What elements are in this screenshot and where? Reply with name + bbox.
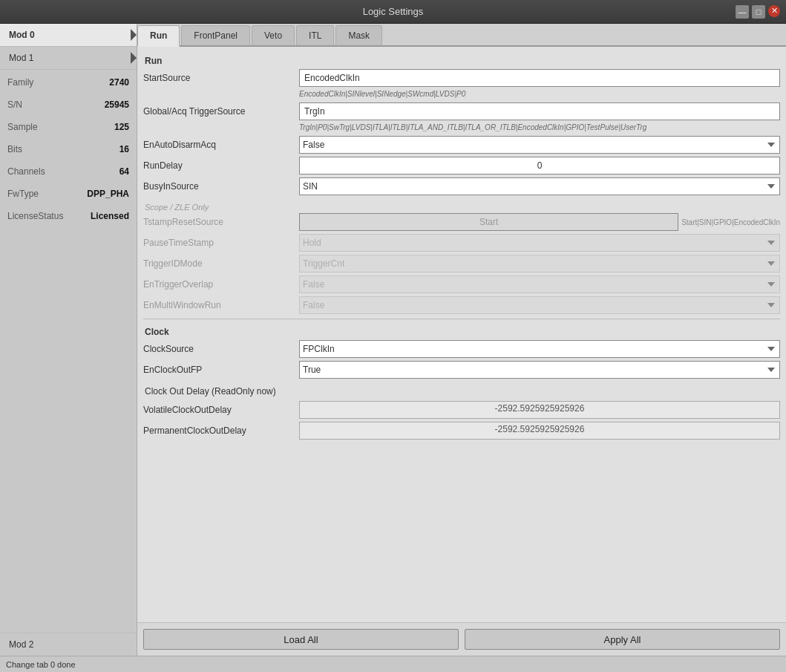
en-clock-out-select[interactable]: True False bbox=[299, 361, 780, 379]
pause-timestamp-row: PauseTimeStamp Hold bbox=[143, 234, 780, 252]
sidebar-info: Family 2740 S/N 25945 Sample 125 Bits 16… bbox=[0, 70, 137, 633]
info-sample: Sample 125 bbox=[7, 122, 129, 132]
run-delay-label: RunDelay bbox=[143, 160, 299, 171]
tabs-bar: Run FrontPanel Veto ITL Mask bbox=[137, 24, 786, 47]
apply-all-button[interactable]: Apply All bbox=[465, 629, 780, 650]
busy-in-source-select[interactable]: SIN GPIO LVDS bbox=[299, 177, 780, 195]
start-source-hint: EncodedClkIn|SINlevel|SINedge|SWcmd|LVDS… bbox=[299, 90, 465, 98]
status-bar: Change tab 0 done bbox=[0, 656, 786, 672]
tab-run[interactable]: Run bbox=[137, 25, 180, 47]
en-multi-window-label: EnMultiWindowRun bbox=[143, 300, 299, 310]
trigger-id-mode-row: TriggerIDMode TriggerCnt bbox=[143, 255, 780, 273]
pause-timestamp-label: PauseTimeStamp bbox=[143, 238, 299, 248]
run-section-title: Run bbox=[143, 53, 780, 69]
right-panel: Run FrontPanel Veto ITL Mask Run StartSo… bbox=[137, 24, 786, 656]
window-title: Logic Settings bbox=[50, 6, 736, 17]
maximize-button[interactable]: □ bbox=[752, 5, 765, 19]
readonly-section-title: Clock Out Delay (ReadOnly now) bbox=[143, 382, 780, 401]
minimize-button[interactable]: — bbox=[736, 5, 749, 19]
start-source-row: StartSource bbox=[143, 69, 780, 87]
en-trigger-overlap-label: EnTriggerOverlap bbox=[143, 279, 299, 290]
sidebar-item-mod2[interactable]: Mod 2 bbox=[0, 633, 137, 656]
triangle-icon bbox=[131, 29, 137, 41]
clock-source-label: ClockSource bbox=[143, 344, 299, 354]
en-auto-disarm-row: EnAutoDisarmAcq False True bbox=[143, 136, 780, 154]
window-controls: — □ ✕ bbox=[736, 5, 780, 19]
main-content: Mod 0 Mod 1 Family 2740 S/N 25945 Sample bbox=[0, 24, 786, 656]
close-button[interactable]: ✕ bbox=[768, 5, 780, 17]
tab-frontpanel[interactable]: FrontPanel bbox=[181, 25, 250, 45]
section-divider bbox=[143, 319, 780, 319]
clock-source-select[interactable]: FPClkIn Internal P0 bbox=[299, 340, 780, 358]
triangle-icon bbox=[131, 52, 137, 64]
info-family: Family 2740 bbox=[7, 77, 129, 88]
status-message: Change tab 0 done bbox=[6, 660, 76, 669]
tstamp-reset-input bbox=[299, 213, 678, 231]
main-window: Logic Settings — □ ✕ Mod 0 Mod 1 Family … bbox=[0, 0, 786, 672]
trigger-source-hint: TrgIn|P0|SwTrg|LVDS|ITLA|ITLB|ITLA_AND_I… bbox=[299, 123, 646, 131]
busy-in-source-row: BusyInSource SIN GPIO LVDS bbox=[143, 177, 780, 195]
tstamp-reset-hint: Start|SIN|GPIO|EncodedClkIn bbox=[681, 218, 780, 226]
volatile-clock-label: VolatileClockOutDelay bbox=[143, 405, 299, 415]
info-sn: S/N 25945 bbox=[7, 100, 129, 110]
clock-section-title: Clock bbox=[143, 324, 780, 340]
tstamp-reset-label: TstampResetSource bbox=[143, 217, 299, 227]
clock-source-row: ClockSource FPClkIn Internal P0 bbox=[143, 340, 780, 358]
button-row: Load All Apply All bbox=[137, 622, 786, 656]
sidebar-item-mod0[interactable]: Mod 0 bbox=[0, 24, 137, 47]
scope-section-label: Scope / ZLE Only bbox=[143, 198, 780, 213]
en-multi-window-row: EnMultiWindowRun False True bbox=[143, 296, 780, 314]
trigger-source-label: Global/Acq TriggerSource bbox=[143, 106, 299, 117]
trigger-id-mode-label: TriggerIDMode bbox=[143, 258, 299, 269]
trigger-source-hint-row: TrgIn|P0|SwTrg|LVDS|ITLA|ITLB|ITLA_AND_I… bbox=[143, 123, 780, 131]
start-source-hint-row: EncodedClkIn|SINlevel|SINedge|SWcmd|LVDS… bbox=[143, 90, 780, 98]
permanent-clock-value: -2592.5925925925926 bbox=[299, 422, 780, 440]
load-all-button[interactable]: Load All bbox=[143, 629, 459, 650]
spacer bbox=[143, 443, 780, 457]
en-clock-out-label: EnClockOutFP bbox=[143, 365, 299, 375]
run-delay-row: RunDelay bbox=[143, 157, 780, 174]
sidebar-item-mod1[interactable]: Mod 1 bbox=[0, 47, 137, 70]
trigger-id-mode-select: TriggerCnt bbox=[299, 255, 780, 273]
tab-itl[interactable]: ITL bbox=[296, 25, 334, 45]
permanent-clock-label: PermanentClockOutDelay bbox=[143, 425, 299, 436]
tab-mask[interactable]: Mask bbox=[335, 25, 382, 45]
info-licensestatus: LicenseStatus Licensed bbox=[7, 211, 129, 221]
sidebar: Mod 0 Mod 1 Family 2740 S/N 25945 Sample bbox=[0, 24, 137, 656]
info-bits: Bits 16 bbox=[7, 144, 129, 154]
trigger-source-input[interactable] bbox=[299, 102, 780, 120]
en-auto-disarm-label: EnAutoDisarmAcq bbox=[143, 140, 299, 150]
pause-timestamp-select: Hold bbox=[299, 234, 780, 252]
trigger-source-row: Global/Acq TriggerSource bbox=[143, 102, 780, 120]
info-fwtype: FwType DPP_PHA bbox=[7, 189, 129, 199]
info-channels: Channels 64 bbox=[7, 166, 129, 177]
busy-in-source-label: BusyInSource bbox=[143, 181, 299, 192]
tab-veto[interactable]: Veto bbox=[252, 25, 295, 45]
permanent-clock-row: PermanentClockOutDelay -2592.59259259259… bbox=[143, 422, 780, 440]
en-trigger-overlap-row: EnTriggerOverlap False True bbox=[143, 275, 780, 293]
volatile-clock-row: VolatileClockOutDelay -2592.592592592592… bbox=[143, 401, 780, 419]
title-bar: Logic Settings — □ ✕ bbox=[0, 0, 786, 24]
start-source-input[interactable] bbox=[299, 69, 780, 87]
panel-content: Run StartSource EncodedClkIn|SINlevel|SI… bbox=[137, 47, 786, 622]
run-delay-input[interactable] bbox=[299, 157, 780, 174]
start-source-label: StartSource bbox=[143, 73, 299, 83]
en-auto-disarm-select[interactable]: False True bbox=[299, 136, 780, 154]
en-trigger-overlap-select: False True bbox=[299, 275, 780, 293]
clock-section: Clock ClockSource FPClkIn Internal P0 En… bbox=[143, 324, 780, 440]
tstamp-reset-row: TstampResetSource Start|SIN|GPIO|Encoded… bbox=[143, 213, 780, 231]
en-multi-window-select: False True bbox=[299, 296, 780, 314]
volatile-clock-value: -2592.5925925925926 bbox=[299, 401, 780, 419]
en-clock-out-row: EnClockOutFP True False bbox=[143, 361, 780, 379]
